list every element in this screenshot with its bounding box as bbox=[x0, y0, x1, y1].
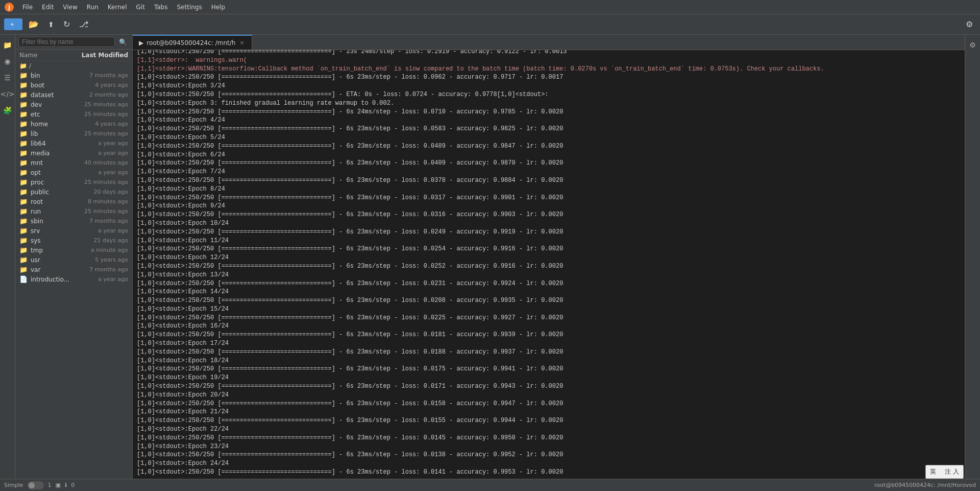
upload-button[interactable]: ⬆ bbox=[45, 18, 57, 31]
item-name: home bbox=[31, 121, 72, 128]
folder-icon: 📁 bbox=[19, 159, 28, 167]
column-modified-header[interactable]: Last Modified bbox=[67, 52, 128, 59]
tree-item-media[interactable]: 📁mediaa year ago bbox=[15, 148, 132, 158]
left-icon-sidebar: 📁 ◉ ☰ </> 🧩 bbox=[0, 35, 15, 479]
terminal-output[interactable]: llbacks may not have access to the avera… bbox=[133, 50, 965, 479]
simple-label: Simple bbox=[4, 482, 23, 488]
menu-help[interactable]: Help bbox=[207, 3, 229, 12]
tree-item-dataset[interactable]: 📁dataset2 months ago bbox=[15, 90, 132, 100]
tree-item-proc[interactable]: 📁proc25 minutes ago bbox=[15, 177, 132, 187]
terminal-line: [1,0]<stdout>:250/250 [=================… bbox=[137, 125, 961, 133]
folder-icon: 📁 bbox=[19, 72, 28, 79]
terminal-line: [1,0]<stdout>:250/250 [=================… bbox=[137, 365, 961, 373]
tree-item-lib[interactable]: 📁lib25 minutes ago bbox=[15, 129, 132, 138]
tree-item-etc[interactable]: 📁etc25 minutes ago bbox=[15, 109, 132, 119]
terminal-line: [1,0]<stdout>:Epoch 3/24 bbox=[137, 82, 961, 90]
sidebar-commands-button[interactable]: ☰ bbox=[2, 72, 14, 84]
terminal-line: [1,0]<stdout>:250/250 [=================… bbox=[137, 50, 961, 56]
tree-item-sys[interactable]: 📁sys21 days ago bbox=[15, 236, 132, 245]
tree-item-public[interactable]: 📁public20 days ago bbox=[15, 187, 132, 197]
sidebar-running-button[interactable]: ◉ bbox=[2, 55, 14, 67]
column-name-header[interactable]: Name bbox=[19, 52, 67, 59]
terminal-tab-close[interactable]: × bbox=[238, 39, 245, 46]
tab-count: 1 bbox=[48, 482, 52, 488]
status-zero: 0 bbox=[71, 482, 75, 488]
settings-button[interactable]: ⚙ bbox=[963, 17, 976, 31]
folder-icon: 📁 bbox=[19, 237, 28, 244]
terminal-line: [1,0]<stdout>:250/250 [=================… bbox=[137, 194, 961, 202]
tab-bar: ▶ root@b0945000424c: /mnt/h × bbox=[133, 35, 965, 50]
tree-item-tmp[interactable]: 📁tmpa minute ago bbox=[15, 245, 132, 255]
open-folder-button[interactable]: 📂 bbox=[26, 17, 42, 31]
item-name: dev bbox=[31, 101, 72, 108]
terminal-line: [1,0]<stdout>:Epoch 11/24 bbox=[137, 237, 961, 245]
item-modified: 20 days ago bbox=[72, 189, 128, 195]
search-input[interactable] bbox=[18, 37, 115, 47]
terminal-line: [1,0]<stdout>:Epoch 5/24 bbox=[137, 133, 961, 142]
item-name: proc bbox=[31, 179, 72, 186]
refresh-button[interactable]: ↻ bbox=[60, 17, 73, 31]
menu-edit[interactable]: Edit bbox=[38, 3, 58, 12]
menu-view[interactable]: View bbox=[59, 3, 81, 12]
menu-kernel[interactable]: Kernel bbox=[104, 3, 131, 12]
tree-item-var[interactable]: 📁var7 months ago bbox=[15, 265, 132, 274]
menu-run[interactable]: Run bbox=[83, 3, 103, 12]
right-property-inspector-button[interactable]: ⚙ bbox=[967, 39, 979, 51]
menu-settings[interactable]: Settings bbox=[173, 3, 206, 12]
item-modified: 40 minutes ago bbox=[72, 159, 128, 166]
terminal-line: [1,0]<stdout>:Epoch 18/24 bbox=[137, 357, 961, 365]
terminal-line: [1,0]<stdout>:Epoch 8/24 bbox=[137, 185, 961, 194]
tree-item-sbin[interactable]: 📁sbin7 months ago bbox=[15, 216, 132, 226]
tree-item-lib64[interactable]: 📁lib64a year ago bbox=[15, 138, 132, 148]
terminal-line: [1,0]<stdout>:Epoch 19/24 bbox=[137, 373, 961, 382]
terminal-line: [1,0]<stdout>:250/250 [=================… bbox=[137, 331, 961, 339]
menu-file[interactable]: File bbox=[18, 3, 37, 12]
folder-icon: 📁 bbox=[19, 91, 28, 99]
item-modified: 7 months ago bbox=[72, 266, 128, 273]
item-name: run bbox=[31, 208, 72, 215]
item-modified: a minute ago bbox=[72, 247, 128, 253]
tree-item-run[interactable]: 📁run25 minutes ago bbox=[15, 206, 132, 216]
file-tree-header: Name Last Modified bbox=[15, 50, 132, 61]
menu-tabs[interactable]: Tabs bbox=[150, 3, 172, 12]
tree-item-opt[interactable]: 📁opta year ago bbox=[15, 168, 132, 177]
folder-icon: 📁 bbox=[19, 139, 28, 147]
tree-item-root[interactable]: 📁root8 minutes ago bbox=[15, 197, 132, 206]
search-icon-button[interactable]: 🔍 bbox=[117, 37, 129, 47]
item-name: sbin bbox=[31, 218, 72, 225]
sidebar-extensions-button[interactable]: 🧩 bbox=[2, 104, 14, 116]
tree-item-introductio[interactable]: 📄introductio...a year ago bbox=[15, 274, 132, 284]
tree-item-dev[interactable]: 📁dev25 minutes ago bbox=[15, 100, 132, 109]
git-icon: ⎇ bbox=[79, 20, 88, 29]
item-name: opt bbox=[31, 169, 72, 176]
ime-input1: 注 bbox=[945, 467, 951, 476]
tree-item-home[interactable]: 📁home4 years ago bbox=[15, 119, 132, 129]
menu-git[interactable]: Git bbox=[132, 3, 149, 12]
git-button[interactable]: ⎇ bbox=[76, 17, 91, 31]
item-name: srv bbox=[31, 227, 72, 235]
terminal-tab[interactable]: ▶ root@b0945000424c: /mnt/h × bbox=[133, 35, 252, 50]
new-button[interactable]: + bbox=[4, 18, 22, 30]
folder-icon: 📁 bbox=[19, 130, 28, 137]
tree-item-srv[interactable]: 📁srva year ago bbox=[15, 226, 132, 236]
terminal-line: [1,0]<stdout>:250/250 [=================… bbox=[137, 400, 961, 408]
terminal-line: [1,0]<stdout>:250/250 [=================… bbox=[137, 451, 961, 459]
simple-toggle[interactable] bbox=[28, 481, 44, 489]
root-folder-icon: 📁 bbox=[19, 62, 27, 69]
file-browser-panel: 🔍 Name Last Modified 📁 / 📁bin7 months ag… bbox=[15, 35, 133, 479]
tree-item-usr[interactable]: 📁usr5 years ago bbox=[15, 255, 132, 265]
terminal-line: [1,1]<stderr>:WARNING:tensorflow:Callbac… bbox=[137, 65, 961, 74]
terminal-line: [1,0]<stdout>:Epoch 22/24 bbox=[137, 425, 961, 434]
tree-item-boot[interactable]: 📁boot4 years ago bbox=[15, 80, 132, 90]
folder-icon: 📁 bbox=[19, 198, 28, 205]
terminal-line: [1,0]<stdout>:250/250 [=================… bbox=[137, 211, 961, 219]
tree-item-mnt[interactable]: 📁mnt40 minutes ago bbox=[15, 158, 132, 168]
terminal-line: [1,0]<stdout>:250/250 [=================… bbox=[137, 468, 961, 477]
item-name: bin bbox=[31, 72, 72, 79]
status-right: root@b0945000424c: /mnt/Horovod bbox=[874, 482, 976, 488]
right-sidebar: ⚙ bbox=[965, 35, 980, 479]
sidebar-files-button[interactable]: 📁 bbox=[2, 39, 14, 51]
tree-item-bin[interactable]: 📁bin7 months ago bbox=[15, 71, 132, 80]
sidebar-notebook-button[interactable]: </> bbox=[2, 88, 14, 100]
editor-area: ▶ root@b0945000424c: /mnt/h × llbacks ma… bbox=[133, 35, 965, 479]
